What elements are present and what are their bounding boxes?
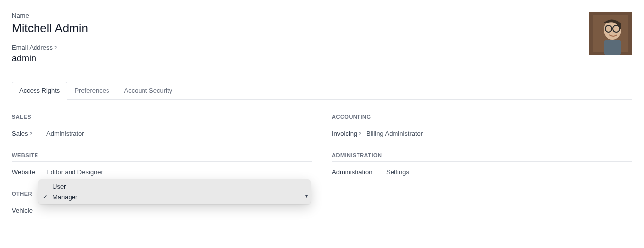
email-value[interactable]: admin (12, 53, 589, 64)
svg-rect-4 (604, 40, 621, 55)
section-administration: ADMINISTRATION Administration Settings (332, 152, 632, 178)
vehicle-dropdown[interactable]: User ✓ Manager ▾ (38, 179, 311, 204)
header-area: Name Mitchell Admin Email Address ? admi… (12, 12, 632, 73)
name-value[interactable]: Mitchell Admin (12, 21, 589, 35)
help-icon[interactable]: ? (358, 131, 361, 136)
tabs: Access Rights Preferences Account Securi… (12, 82, 632, 100)
row-value-website[interactable]: Editor and Designer (46, 168, 103, 176)
email-label: Email Address ? (12, 44, 589, 51)
row-label-text: Sales (12, 130, 28, 137)
row-invoicing: Invoicing ? Billing Administrator (332, 128, 632, 139)
email-field-block: Email Address ? admin (12, 44, 589, 64)
header-fields: Name Mitchell Admin Email Address ? admi… (12, 12, 589, 73)
row-vehicle: Vehicle User ✓ Manager ▾ (12, 205, 312, 216)
name-field-block: Name Mitchell Admin (12, 12, 589, 35)
option-label: User (52, 183, 66, 190)
option-label: Manager (52, 193, 77, 201)
row-label-text: Website (12, 168, 35, 176)
row-label-sales: Sales ? (12, 130, 46, 137)
help-icon[interactable]: ? (30, 131, 32, 136)
row-sales: Sales ? Administrator (12, 128, 312, 139)
content-columns: SALES Sales ? Administrator WEBSITE Webs… (12, 114, 632, 229)
section-title-administration: ADMINISTRATION (332, 152, 632, 162)
row-label-text: Administration (332, 168, 372, 176)
right-column: ACCOUNTING Invoicing ? Billing Administr… (332, 114, 632, 229)
help-icon[interactable]: ? (54, 45, 57, 50)
avatar[interactable] (589, 12, 632, 55)
section-other: OTHER Vehicle User ✓ Manager ▾ (12, 191, 312, 216)
row-value-administration[interactable]: Settings (386, 168, 409, 176)
row-label-website: Website (12, 168, 46, 176)
row-label-vehicle: Vehicle (12, 207, 46, 214)
row-website: Website Editor and Designer (12, 166, 312, 178)
section-title-website: WEBSITE (12, 152, 312, 162)
row-label-text: Invoicing (332, 130, 357, 137)
row-label-text: Vehicle (12, 207, 33, 214)
row-value-sales[interactable]: Administrator (46, 130, 84, 137)
section-accounting: ACCOUNTING Invoicing ? Billing Administr… (332, 114, 632, 139)
row-value-invoicing[interactable]: Billing Administrator (366, 130, 423, 137)
section-website: WEBSITE Website Editor and Designer (12, 152, 312, 178)
tab-access-rights[interactable]: Access Rights (12, 82, 67, 100)
avatar-image (589, 12, 632, 55)
email-label-text: Email Address (12, 44, 53, 51)
tab-preferences[interactable]: Preferences (67, 82, 116, 100)
section-title-sales: SALES (12, 114, 312, 123)
dropdown-option-manager[interactable]: ✓ Manager (38, 192, 311, 202)
section-sales: SALES Sales ? Administrator (12, 114, 312, 139)
name-label: Name (12, 12, 589, 19)
section-title-accounting: ACCOUNTING (332, 114, 632, 123)
tab-account-security[interactable]: Account Security (116, 82, 179, 100)
row-label-administration: Administration (332, 168, 386, 176)
row-administration: Administration Settings (332, 166, 632, 178)
row-label-invoicing: Invoicing ? (332, 130, 366, 137)
left-column: SALES Sales ? Administrator WEBSITE Webs… (12, 114, 312, 229)
dropdown-option-user[interactable]: User (38, 181, 311, 192)
check-icon: ✓ (43, 193, 48, 200)
